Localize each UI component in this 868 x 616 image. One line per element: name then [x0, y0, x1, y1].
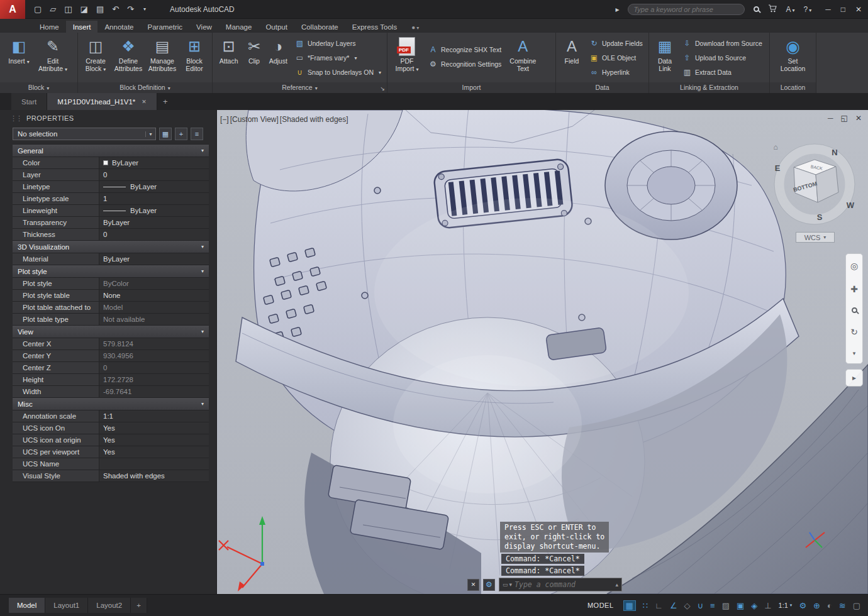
start-tab[interactable]: Start	[11, 93, 47, 110]
panel-footer-block-definition[interactable]: Block Definition	[78, 82, 212, 93]
recognize-shx-text-button[interactable]: A Recognize SHX Text	[426, 43, 504, 56]
tab-express-tools[interactable]: Express Tools	[345, 21, 404, 33]
block-editor-button[interactable]: ⊞ Block Editor	[179, 35, 209, 72]
orbit-icon[interactable]: ↻	[850, 327, 858, 337]
create-block-button[interactable]: ◫ Create Block	[80, 35, 111, 73]
panel-footer-reference[interactable]: Reference↘	[213, 82, 387, 93]
annotation-scale-button[interactable]: 1:1▾	[779, 602, 793, 609]
prop-ucs-name[interactable]: UCS Name	[13, 458, 209, 470]
new-layout-button[interactable]: +	[131, 598, 147, 613]
redo-icon[interactable]: ↷	[127, 4, 134, 14]
prop-thickness[interactable]: Thickness0	[13, 229, 209, 241]
prop-color[interactable]: ColorByLayer	[13, 157, 209, 169]
prop-plot-table-type[interactable]: Plot table typeNot available	[13, 314, 209, 326]
prop-center-x[interactable]: Center X579.8124	[13, 338, 209, 350]
prop-linetype[interactable]: LinetypeByLayer	[13, 181, 209, 193]
tab-annotate[interactable]: Annotate	[97, 21, 140, 33]
command-prompt-icon[interactable]: ▭▾	[503, 581, 512, 588]
grid-icon[interactable]: ▦	[623, 600, 636, 611]
plot-icon[interactable]: ▤	[96, 4, 104, 14]
panel-footer-location[interactable]: Location	[770, 82, 816, 93]
visual-style-control[interactable]: [Shaded with edges]	[280, 115, 348, 124]
drawing-tab[interactable]: M1P1D0V1head_H1V1* ✕	[47, 93, 157, 110]
prop-visual-style[interactable]: Visual StyleShaded with edges	[13, 470, 209, 482]
search-icon[interactable]	[754, 6, 759, 12]
tab-output[interactable]: Output	[259, 21, 294, 33]
viewport-minus-control[interactable]: [−]	[220, 115, 229, 124]
3d-object-snap-icon[interactable]: ◈	[751, 601, 757, 610]
define-attributes-button[interactable]: ❖ Define Attributes	[111, 35, 145, 72]
field-button[interactable]: A Field	[558, 35, 586, 65]
tab-close-icon[interactable]: ✕	[142, 99, 147, 105]
viewcube-home-icon[interactable]: ⌂	[773, 143, 777, 151]
prop-plot-style-table[interactable]: Plot style tableNone	[13, 290, 209, 302]
section-general[interactable]: General▾	[13, 145, 209, 157]
prop-height[interactable]: Height172.2728	[13, 374, 209, 386]
section-view[interactable]: View▾	[13, 326, 209, 338]
tab-home[interactable]: Home	[33, 21, 66, 33]
ole-object-button[interactable]: ▣ OLE Object	[587, 52, 645, 64]
tab-insert[interactable]: Insert	[66, 21, 98, 33]
help-icon[interactable]: ?▾	[803, 5, 811, 14]
dynamic-ucs-icon[interactable]: ⊥	[764, 601, 771, 610]
isolate-objects-icon[interactable]: ◐	[827, 601, 832, 610]
panel-footer-data[interactable]: Data	[556, 82, 648, 93]
nav-more-icon[interactable]: ▾	[853, 350, 856, 356]
isometric-drafting-icon[interactable]: ◇	[684, 601, 691, 610]
prop-layer[interactable]: Layer0	[13, 169, 209, 181]
polar-tracking-icon[interactable]: ∠	[670, 601, 677, 610]
undo-icon[interactable]: ↶	[112, 4, 119, 14]
cart-icon[interactable]	[768, 4, 777, 14]
prop-plot-table-attached-to[interactable]: Plot table attached toModel	[13, 302, 209, 314]
transparency-icon[interactable]: ▨	[722, 601, 730, 610]
model-tab[interactable]: Model	[9, 598, 45, 613]
open-file-icon[interactable]: ▱	[50, 4, 56, 14]
panel-footer-linking-extraction[interactable]: Linking & Extraction	[649, 82, 769, 93]
app-logo-button[interactable]: A	[0, 0, 25, 19]
snap-to-underlays-button[interactable]: ∪ Snap to Underlays ON	[292, 66, 384, 79]
save-as-icon[interactable]: ◪	[81, 4, 88, 14]
edit-attribute-button[interactable]: ✎ Edit Attribute	[36, 35, 70, 73]
object-snap-icon[interactable]: ∪	[698, 601, 704, 610]
search-expand-icon[interactable]: ▸	[615, 5, 619, 14]
download-from-source-button[interactable]: ⇩ Download from Source	[680, 37, 765, 50]
section-misc[interactable]: Misc▾	[13, 398, 209, 410]
ortho-icon[interactable]: ∟	[655, 601, 663, 610]
selection-dropdown[interactable]: No selection ▾	[13, 128, 156, 140]
ribbon-options-icon[interactable]: ●▾	[408, 21, 423, 33]
data-link-button[interactable]: ▦ Data Link	[651, 35, 679, 72]
search-input[interactable]	[633, 6, 739, 13]
viewcube[interactable]: N E W S BACK BOTTOM ⌂	[761, 132, 868, 239]
autodesk-account-icon[interactable]: A▾	[786, 5, 794, 14]
prop-transparency[interactable]: TransparencyByLayer	[13, 217, 209, 229]
lineweight-icon[interactable]: ≡	[710, 601, 715, 610]
clip-button[interactable]: ✂ Clip	[243, 35, 265, 65]
set-location-button[interactable]: ◉ Set Location	[775, 35, 811, 72]
viewcube-west[interactable]: W	[847, 201, 855, 210]
recent-commands-icon[interactable]: ▴	[615, 581, 618, 588]
toggle-pickadd-button[interactable]: +	[175, 128, 187, 140]
command-close-icon[interactable]: ✕	[467, 579, 479, 591]
annotation-monitor-icon[interactable]: ⊕	[813, 601, 820, 610]
hyperlink-button[interactable]: ∞ Hyperlink	[587, 66, 645, 79]
drawing-minimize-icon[interactable]: ─	[828, 114, 833, 123]
insert-button[interactable]: ◧ Insert	[2, 35, 36, 66]
select-objects-button[interactable]: ≡	[191, 128, 203, 140]
extract-data-button[interactable]: ▥ Extract Data	[680, 66, 765, 79]
palette-title[interactable]: PROPERTIES	[0, 110, 216, 125]
layout1-tab[interactable]: Layout1	[45, 598, 88, 613]
new-drawing-button[interactable]: +	[157, 93, 174, 110]
wcs-dropdown[interactable]: WCS ▾	[796, 232, 835, 243]
quick-select-button[interactable]: ▦	[159, 128, 172, 140]
frames-button[interactable]: ▭ *Frames vary*	[292, 52, 384, 64]
tab-manage[interactable]: Manage	[219, 21, 259, 33]
drawing-viewport[interactable]: [−] [Custom View] [Shaded with edges] ─ …	[217, 110, 868, 594]
tab-collaborate[interactable]: Collaborate	[294, 21, 345, 33]
model-space-button[interactable]: MODEL	[587, 602, 614, 609]
maximize-icon[interactable]: □	[841, 5, 845, 14]
command-input[interactable]	[515, 580, 613, 589]
section-plot-style[interactable]: Plot style▾	[13, 265, 209, 278]
prop-lineweight[interactable]: LineweightByLayer	[13, 205, 209, 217]
drawing-close-icon[interactable]: ✕	[855, 114, 862, 123]
adjust-button[interactable]: ◑ Adjust	[265, 35, 291, 65]
